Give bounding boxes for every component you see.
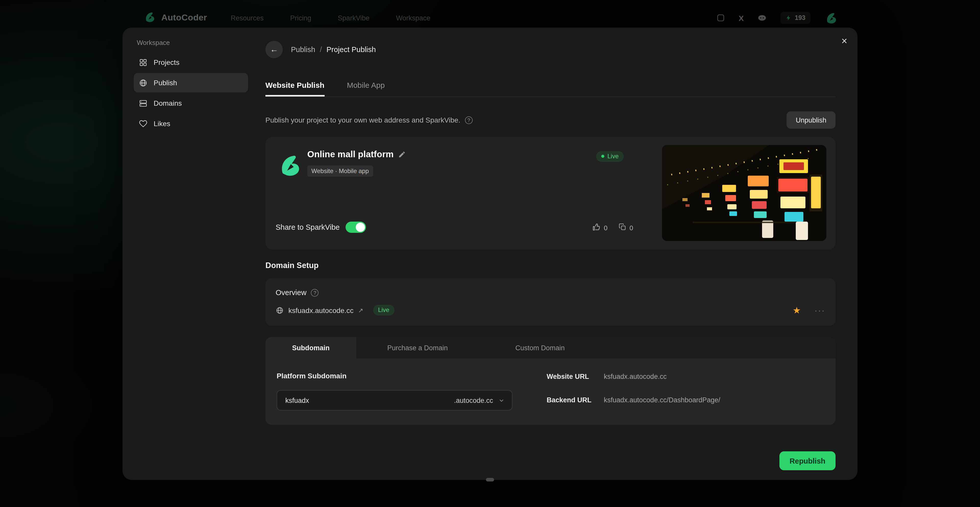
live-dot-icon	[601, 155, 605, 158]
edit-icon[interactable]	[398, 151, 406, 158]
project-type-badge: Website · Mobile app	[307, 166, 373, 177]
domain-link[interactable]: ksfuadx.autocode.cc	[288, 306, 353, 314]
tab-website-publish[interactable]: Website Publish	[266, 81, 325, 97]
project-stats: 0 0	[592, 223, 633, 233]
domain-tabs: Subdomain Purchase a Domain Custom Domai…	[266, 337, 835, 359]
server-icon	[139, 99, 148, 107]
breadcrumb-current: Project Publish	[326, 45, 375, 54]
domain-config-box: Subdomain Purchase a Domain Custom Domai…	[266, 337, 835, 425]
external-link-icon[interactable]: ↗	[358, 307, 363, 314]
breadcrumb-parent[interactable]: Publish	[291, 45, 315, 54]
project-title: Online mall platform	[307, 149, 393, 160]
copy-icon	[619, 223, 626, 232]
publish-description: Publish your project to your own web add…	[266, 116, 460, 124]
likes-count: 0	[604, 224, 608, 231]
globe-icon	[139, 78, 148, 87]
tab-mobile-app[interactable]: Mobile App	[347, 81, 385, 97]
chevron-down-icon	[498, 397, 505, 403]
heart-icon	[139, 119, 148, 128]
sidebar-item-publish[interactable]: Publish	[134, 73, 248, 92]
domain-suffix-select[interactable]: .autocode.cc	[454, 397, 505, 404]
tab-subdomain[interactable]: Subdomain	[266, 337, 356, 359]
domain-setup-heading: Domain Setup	[266, 261, 835, 270]
subdomain-panel: Platform Subdomain .autocode.cc Website …	[266, 359, 835, 425]
publish-tabs: Website Publish Mobile App	[266, 81, 835, 97]
domain-overview-card: Overview ? ksfuadx.autocode.cc ↗ Live ★	[266, 278, 835, 326]
share-toggle[interactable]	[346, 222, 366, 233]
domain-status-badge: Live	[373, 305, 394, 316]
project-logo-icon	[275, 151, 303, 179]
breadcrumb-separator: /	[320, 45, 322, 54]
star-icon[interactable]: ★	[793, 306, 801, 315]
copies-stat: 0	[619, 223, 633, 232]
tab-custom-domain[interactable]: Custom Domain	[479, 337, 601, 359]
back-button[interactable]: ←	[266, 41, 283, 58]
publish-main: × ← Publish / Project Publish Website Pu…	[256, 27, 858, 480]
unpublish-button[interactable]: Unpublish	[787, 111, 835, 129]
publish-modal: Workspace Projects Publish	[123, 27, 858, 480]
tab-purchase-domain[interactable]: Purchase a Domain	[356, 337, 479, 359]
overview-title: Overview	[275, 289, 307, 297]
sidebar-item-label: Domains	[154, 99, 182, 107]
republish-button[interactable]: Republish	[780, 451, 835, 470]
help-icon[interactable]: ?	[465, 116, 473, 124]
sidebar-section-label: Workspace	[137, 39, 248, 46]
sidebar-item-domains[interactable]: Domains	[134, 93, 248, 113]
share-row: Share to SparkVibe	[275, 222, 366, 233]
globe-icon	[275, 306, 284, 314]
sidebar-item-likes[interactable]: Likes	[134, 114, 248, 133]
project-card: Online mall platform Website · Mobile ap…	[266, 137, 835, 250]
backend-url-label: Backend URL	[547, 396, 592, 404]
toggle-knob	[356, 223, 365, 232]
breadcrumb: ← Publish / Project Publish	[266, 41, 835, 58]
close-icon[interactable]: ×	[842, 36, 847, 46]
workspace-sidebar: Workspace Projects Publish	[123, 27, 256, 480]
subdomain-field: .autocode.cc	[277, 390, 512, 410]
website-url-value: ksfuadx.autocode.cc	[604, 373, 667, 380]
screen: AutoCoder Resources Pricing SparkVibe Wo…	[0, 0, 980, 507]
sidebar-item-projects[interactable]: Projects	[134, 53, 248, 72]
subdomain-input[interactable]	[284, 396, 454, 405]
project-status-badge: Live	[596, 151, 624, 162]
more-options-icon[interactable]: ···	[815, 306, 825, 314]
platform-subdomain-label: Platform Subdomain	[277, 372, 347, 380]
backend-url-value: ksfuadx.autocode.cc/DashboardPage/	[604, 396, 720, 404]
likes-stat: 0	[592, 223, 608, 233]
project-thumbnail	[662, 145, 826, 241]
sidebar-item-label: Publish	[154, 79, 177, 87]
copies-count: 0	[629, 224, 633, 231]
modal-resize-handle[interactable]	[486, 478, 494, 481]
domain-suffix-value: .autocode.cc	[454, 397, 493, 404]
sidebar-item-label: Projects	[154, 58, 180, 66]
help-icon[interactable]: ?	[311, 289, 319, 297]
share-to-sparkvibe-label: Share to SparkVibe	[275, 223, 340, 231]
sidebar-item-label: Likes	[154, 120, 170, 128]
grid-icon	[139, 58, 148, 67]
thumbs-up-icon	[592, 223, 601, 233]
website-url-label: Website URL	[547, 373, 589, 380]
publish-description-row: Publish your project to your own web add…	[266, 111, 835, 129]
